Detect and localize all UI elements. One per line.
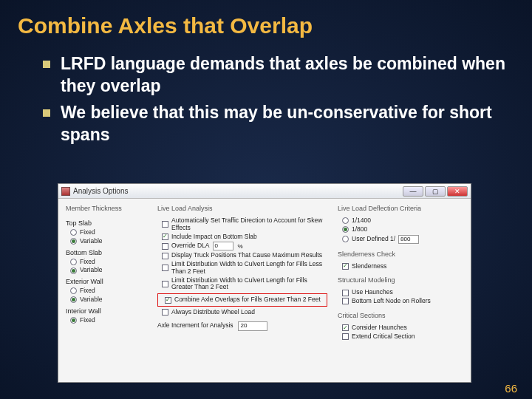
section-header: Live Load Deflection Criteria	[338, 205, 463, 212]
section-header: Live Load Analysis	[157, 205, 327, 212]
radio-icon	[70, 229, 77, 236]
group-label: Bottom Slab	[66, 249, 147, 256]
dialog-titlebar: Analysis Options — ▢ ✕	[58, 184, 471, 199]
page-number: 66	[505, 382, 517, 395]
highlighted-option: Combine Axle Overlaps for Fills Greater …	[157, 293, 327, 307]
radio-user-defined[interactable]: User Defined 1/800	[342, 235, 463, 244]
bullet-list: LRFD language demands that axles be comb…	[0, 47, 532, 146]
checkbox-icon	[342, 263, 349, 270]
radio-label: Fixed	[80, 259, 95, 266]
checkbox-icon	[162, 253, 168, 259]
bullet-marker-icon	[43, 61, 50, 68]
checkbox-label: Bottom Left Node on Rollers	[352, 298, 431, 305]
radio-label: Fixed	[80, 229, 95, 236]
checkbox-label: Limit Distribution Width to Culvert Leng…	[171, 277, 327, 292]
dialog-body: Member Thickness Top Slab Fixed Variable…	[58, 199, 471, 347]
checkbox-option[interactable]: Always Distribute Wheel Load	[162, 309, 327, 316]
checkbox-label: Display Truck Positions That Cause Maxim…	[171, 252, 322, 259]
checkbox-consider-haunches[interactable]: Consider Haunches	[342, 324, 463, 332]
radio-variable[interactable]: Variable	[70, 267, 147, 274]
radio-fixed[interactable]: Fixed	[70, 229, 147, 236]
checkbox-label: Limit Distribution Width to Culvert Leng…	[171, 261, 327, 276]
radio-1-800[interactable]: 1/800	[342, 226, 463, 233]
radio-label: Fixed	[80, 317, 95, 324]
axle-increment-row: Axle Increment for Analysis 20	[157, 321, 327, 331]
checkbox-icon	[342, 298, 349, 304]
checkbox-icon	[165, 297, 171, 304]
checkbox-icon	[342, 324, 349, 331]
checkbox-option[interactable]: Automatically Set Traffic Direction to A…	[162, 217, 327, 232]
checkbox-option[interactable]: Limit Distribution Width to Culvert Leng…	[162, 261, 327, 276]
checkbox-option[interactable]: Include Impact on Bottom Slab	[162, 233, 327, 241]
radio-1-1400[interactable]: 1/1400	[342, 217, 463, 225]
radio-icon	[342, 226, 349, 233]
checkbox-icon	[162, 309, 168, 316]
radio-icon	[70, 238, 77, 245]
live-load-analysis-column: Live Load Analysis Automatically Set Tra…	[157, 205, 327, 341]
radio-icon	[70, 267, 77, 274]
checkbox-label: Override DLA	[171, 242, 210, 250]
radio-label: Variable	[80, 296, 103, 304]
radio-label: Variable	[80, 238, 103, 245]
checkbox-icon	[342, 290, 349, 296]
checkbox-icon	[162, 281, 168, 287]
radio-icon	[70, 317, 77, 324]
checkbox-label: Always Distribute Wheel Load	[171, 309, 255, 316]
checkbox-label: Use Haunches	[352, 289, 393, 296]
checkbox-slenderness[interactable]: Slenderness	[342, 263, 463, 270]
bullet-text: LRFD language demands that axles be comb…	[61, 53, 505, 98]
bullet-text: We believe that this may be un-conservat…	[61, 102, 505, 146]
checkbox-label: Slenderness	[352, 263, 386, 270]
radio-fixed[interactable]: Fixed	[70, 259, 147, 266]
checkbox-override-dla[interactable]: Override DLA0%	[162, 242, 327, 250]
radio-variable[interactable]: Variable	[70, 238, 147, 245]
bullet-item: We believe that this may be un-conservat…	[43, 102, 505, 146]
radio-icon	[70, 296, 77, 303]
section-header: Critical Sections	[338, 312, 463, 319]
radio-icon	[70, 259, 77, 265]
checkbox-bottom-left-rollers[interactable]: Bottom Left Node on Rollers	[342, 298, 463, 305]
checkbox-icon	[162, 265, 168, 271]
group-label: Interior Wall	[66, 307, 147, 315]
checkbox-option[interactable]: Limit Distribution Width to Culvert Leng…	[162, 277, 327, 292]
checkbox-icon	[162, 221, 168, 228]
checkbox-use-haunches[interactable]: Use Haunches	[342, 289, 463, 296]
bullet-item: LRFD language demands that axles be comb…	[43, 53, 505, 98]
maximize-button[interactable]: ▢	[425, 186, 446, 197]
radio-variable[interactable]: Variable	[70, 296, 147, 304]
axle-increment-input[interactable]: 20	[238, 321, 267, 331]
checkbox-icon	[342, 333, 349, 340]
app-icon	[61, 187, 70, 196]
increment-label: Axle Increment for Analysis	[157, 322, 233, 330]
checkbox-extend-critical[interactable]: Extend Critical Section	[342, 333, 463, 341]
checkbox-option[interactable]: Display Truck Positions That Cause Maxim…	[162, 252, 327, 259]
section-header: Slenderness Check	[338, 250, 463, 258]
group-label: Top Slab	[66, 219, 147, 227]
checkbox-icon	[162, 233, 168, 240]
radio-fixed[interactable]: Fixed	[70, 317, 147, 324]
checkbox-label: Consider Haunches	[352, 324, 407, 332]
slide-title: Combine Axles that Overlap	[0, 0, 532, 47]
checkbox-icon	[162, 243, 168, 250]
checkbox-combine-axle-overlaps[interactable]: Combine Axle Overlaps for Fills Greater …	[165, 296, 324, 304]
radio-icon	[342, 236, 349, 242]
radio-label: Fixed	[80, 287, 95, 295]
percent-label: %	[238, 243, 243, 250]
user-defined-input[interactable]: 800	[398, 235, 419, 244]
section-header: Member Thickness	[66, 205, 147, 212]
radio-icon	[70, 287, 77, 294]
group-label: Exterior Wall	[66, 278, 147, 285]
member-thickness-column: Member Thickness Top Slab Fixed Variable…	[66, 205, 147, 341]
radio-label: 1/800	[352, 226, 367, 233]
section-header: Structural Modeling	[338, 276, 463, 284]
dla-input[interactable]: 0	[213, 242, 233, 250]
radio-label: 1/1400	[352, 217, 371, 225]
radio-label: Variable	[80, 267, 103, 274]
checkbox-label: Combine Axle Overlaps for Fills Greater …	[174, 296, 321, 304]
checkbox-label: Extend Critical Section	[352, 333, 415, 341]
checkbox-label: Include Impact on Bottom Slab	[171, 233, 257, 241]
radio-fixed[interactable]: Fixed	[70, 287, 147, 295]
radio-icon	[342, 217, 349, 224]
minimize-button[interactable]: —	[403, 186, 423, 197]
close-button[interactable]: ✕	[447, 186, 468, 197]
